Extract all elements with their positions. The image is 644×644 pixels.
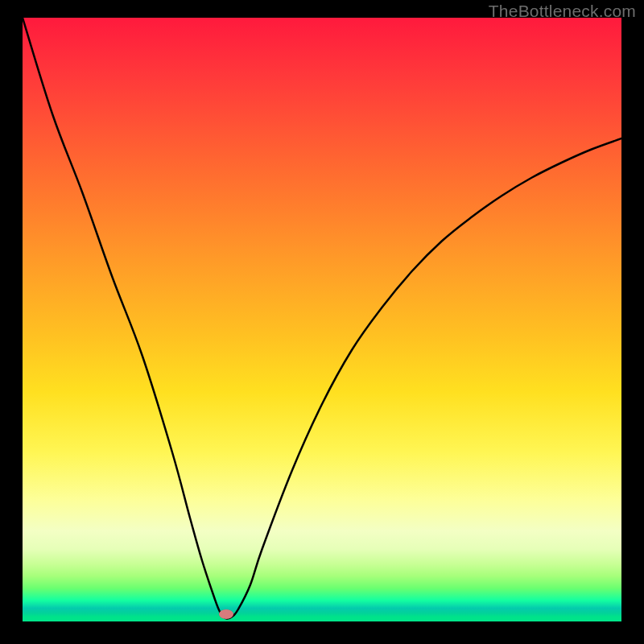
optimum-marker: [219, 609, 233, 619]
bottleneck-curve: [23, 18, 621, 621]
chart-plot-area: [23, 18, 621, 621]
